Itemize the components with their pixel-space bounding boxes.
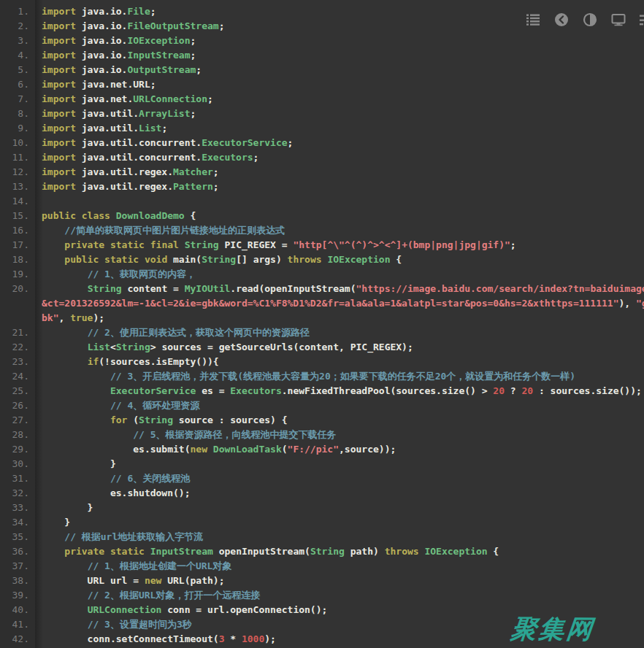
code-line: 25. ExecutorService es = Executors.newFi… [0,384,644,398]
code-text: bk", true); [35,311,644,325]
code-text: // 4、循环处理资源 [35,398,644,413]
code-text: import java.io.IOException; [35,34,644,48]
line-number: 32. [0,486,35,501]
code-line: 38. URL url = new URL(path); [0,574,644,588]
code-line: 3.import java.io.IOException; [0,34,644,48]
line-number: 41. [0,617,35,632]
code-line: 26. // 4、循环处理资源 [0,398,644,413]
code-line: 20. String content = MyIOUtil.read(openI… [0,282,644,296]
code-text: // 2、根据URL对象，打开一个远程连接 [35,588,644,603]
line-number: 3. [0,34,35,48]
line-number: 20. [0,282,35,296]
line-number: 19. [0,267,35,282]
line-number: 9. [0,121,35,136]
contrast-icon[interactable] [583,12,597,27]
line-number: 30. [0,457,35,471]
line-number: 5. [0,63,35,77]
line-number: 34. [0,515,35,530]
line-number: 23. [0,355,35,369]
code-line: 18. public static void main(String[] arg… [0,252,644,267]
line-number: 15. [0,209,35,223]
line-number [0,311,35,325]
line-number: 39. [0,588,35,603]
code-text: } [35,501,644,515]
code-line: 17. private static final String PIC_REGE… [0,238,644,252]
code-line: 9.import java.util.List; [0,121,644,136]
line-number: 11. [0,150,35,165]
code-line: 12.import java.util.regex.Matcher; [0,165,644,180]
code-line: &ct=201326592&lm=-1&cl=2&ie=gbk&word=%C1… [0,296,644,311]
line-number: 4. [0,48,35,63]
code-line: 34. } [0,515,644,530]
line-number: 21. [0,325,35,340]
code-text: // 2、使用正则表达式，获取这个网页中的资源路径 [35,325,644,340]
code-area[interactable]: 1.import java.io.File;2.import java.io.F… [0,0,644,647]
line-number [0,296,35,311]
line-number: 31. [0,471,35,486]
code-line: 32. es.shutdown(); [0,486,644,501]
code-line: 15.public class DownloadDemo { [0,209,644,223]
code-line: 10.import java.util.concurrent.ExecutorS… [0,136,644,150]
code-text: public static void main(String[] args) t… [35,252,644,267]
code-text: import java.util.regex.Matcher; [35,165,644,180]
line-number: 37. [0,559,35,574]
code-line: 31. // 6、关闭线程池 [0,471,644,486]
code-line: 33. } [0,501,644,515]
line-number: 29. [0,442,35,457]
code-editor: 1.import java.io.File;2.import java.io.F… [0,0,644,648]
code-line: 27. for (String source : sources) { [0,413,644,428]
code-text: if(!sources.isEmpty()){ [35,355,644,369]
line-number: 35. [0,530,35,544]
code-line: 36. private static InputStream openInput… [0,544,644,559]
code-text [35,194,644,209]
code-text: //简单的获取网页中图片图片链接地址的正则表达式 [35,223,644,238]
code-line: 22. List<String> sources = getSourceUrls… [0,340,644,355]
list-icon[interactable] [526,12,540,27]
line-number: 18. [0,252,35,267]
code-text: import java.net.URL; [35,77,644,92]
code-text: String content = MyIOUtil.read(openInput… [35,282,644,296]
line-number: 6. [0,77,35,92]
line-number: 1. [0,4,35,19]
code-line: 14. [0,194,644,209]
code-line: bk", true); [0,311,644,325]
code-line: 24. // 3、开启线程池，并发下载(线程池最大容量为20；如果要下载的任务不… [0,369,644,384]
code-text: es.shutdown(); [35,486,644,501]
code-text: import java.util.ArrayList; [35,107,644,121]
code-line: 28. // 5、根据资源路径，向线程池中提交下载任务 [0,428,644,442]
code-line: 4.import java.io.InputStream; [0,48,644,63]
code-line: 13.import java.util.regex.Pattern; [0,180,644,194]
code-text: ExecutorService es = Executors.newFixedT… [35,384,644,398]
code-text: &ct=201326592&lm=-1&cl=2&ie=gbk&word=%C1… [35,296,644,311]
code-line: 8.import java.util.ArrayList; [0,107,644,121]
code-line: 7.import java.net.URLConnection; [0,92,644,107]
code-text: es.submit(new DownLoadTask("F://pic",sou… [35,442,644,457]
monitor-icon[interactable] [611,12,626,27]
code-text: private static InputStream openInputStre… [35,544,644,559]
line-number: 27. [0,413,35,428]
line-number: 22. [0,340,35,355]
code-text: // 3、开启线程池，并发下载(线程池最大容量为20；如果要下载的任务不足20个… [35,369,644,384]
code-line: 30. } [0,457,644,471]
code-text: import java.util.concurrent.Executors; [35,150,644,165]
line-number: 42. [0,632,35,647]
line-number: 28. [0,428,35,442]
code-text: import java.io.InputStream; [35,48,644,63]
back-circle-icon[interactable] [554,12,569,27]
clipped-icon[interactable] [640,12,644,27]
code-text: // 6、关闭线程池 [35,471,644,486]
code-text: import java.io.OutputStream; [35,63,644,77]
code-text: // 1、获取网页的内容， [35,267,644,282]
code-line: 23. if(!sources.isEmpty()){ [0,355,644,369]
toolbar [526,12,644,27]
code-line: 21. // 2、使用正则表达式，获取这个网页中的资源路径 [0,325,644,340]
line-number: 38. [0,574,35,588]
line-number: 36. [0,544,35,559]
line-number: 14. [0,194,35,209]
code-line: 39. // 2、根据URL对象，打开一个远程连接 [0,588,644,603]
line-number: 2. [0,19,35,34]
code-text: URL url = new URL(path); [35,574,644,588]
line-number: 26. [0,398,35,413]
code-text: // 5、根据资源路径，向线程池中提交下载任务 [35,428,644,442]
line-number: 7. [0,92,35,107]
